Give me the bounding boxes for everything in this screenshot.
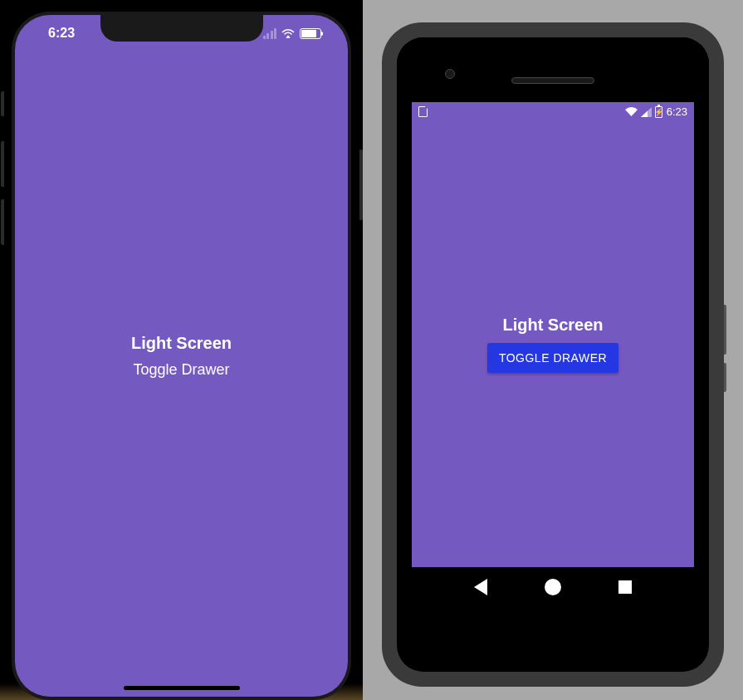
ios-clock: 6:23 (33, 26, 75, 41)
home-button-icon[interactable] (545, 579, 561, 595)
cellular-signal-icon (263, 28, 277, 39)
iphone-ringer-switch (1, 91, 4, 116)
toggle-drawer-button[interactable]: Toggle Drawer (133, 361, 229, 379)
recent-apps-button-icon[interactable] (618, 580, 632, 594)
iphone-screen: 6:23 Light Screen Toggle Drawer (15, 15, 348, 697)
ios-app-content: Light Screen Toggle Drawer (15, 15, 348, 697)
android-front-camera (445, 69, 455, 79)
android-status-bar: ⚡ 6:23 (412, 102, 694, 122)
android-clock: 6:23 (667, 105, 687, 118)
wifi-icon (625, 107, 638, 117)
toggle-drawer-button[interactable]: TOGGLE DRAWER (487, 343, 618, 373)
android-power-button (724, 363, 726, 392)
android-screen: ⚡ 6:23 Light Screen TOGGLE DRAWER (412, 102, 694, 607)
ios-home-indicator[interactable] (124, 686, 240, 690)
android-device-frame: ⚡ 6:23 Light Screen TOGGLE DRAWER (382, 22, 724, 687)
cellular-signal-icon (641, 107, 652, 117)
wifi-icon (281, 28, 295, 38)
android-app-content: Light Screen TOGGLE DRAWER (412, 122, 694, 567)
sd-card-icon (418, 106, 428, 117)
android-earpiece-speaker (511, 77, 594, 84)
iphone-volume-down (1, 199, 4, 245)
android-navigation-bar (412, 567, 694, 607)
iphone-device-frame: 6:23 Light Screen Toggle Drawer (0, 0, 363, 700)
iphone-volume-up (1, 141, 4, 187)
back-button-icon[interactable] (474, 579, 487, 595)
screen-title: Light Screen (131, 334, 232, 353)
svg-point-0 (287, 36, 290, 38)
iphone-notch (100, 15, 263, 42)
battery-icon (300, 28, 321, 39)
android-volume-button (724, 305, 726, 355)
battery-charging-icon: ⚡ (655, 106, 662, 118)
screen-title: Light Screen (502, 316, 603, 335)
